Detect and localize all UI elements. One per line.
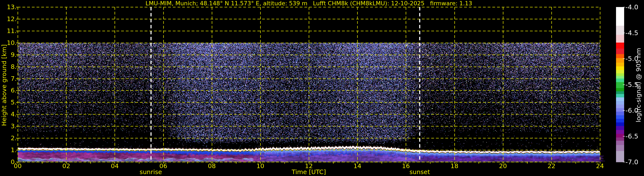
colorbar-tick-label: -4.5 bbox=[626, 29, 644, 36]
y-tick-label: 6. bbox=[2, 87, 17, 93]
x-tick-label: 14 bbox=[348, 163, 367, 169]
x-tick-label: 02 bbox=[56, 163, 76, 169]
y-tick-label: 7. bbox=[2, 76, 17, 82]
page-title: LMU-MIM, Munich; 48.148° N 11.573° E, al… bbox=[18, 0, 600, 6]
y-tick-label: 4. bbox=[2, 111, 17, 117]
y-tick-label: 10. bbox=[2, 40, 17, 46]
x-tick-label: 08 bbox=[202, 163, 222, 169]
x-tick-label: 18 bbox=[445, 163, 464, 169]
x-tick-label: 04 bbox=[105, 163, 124, 169]
x-tick-label: 10 bbox=[251, 163, 270, 169]
x-tick-label: 20 bbox=[494, 163, 513, 169]
x-tick-label: 06 bbox=[154, 163, 173, 169]
y-tick-label: 8. bbox=[2, 64, 17, 70]
ceilometer-quicklook: LMU-MIM, Munich; 48.148° N 11.573° E, al… bbox=[0, 0, 644, 176]
sunset-label: sunset bbox=[388, 169, 452, 175]
y-tick-label: 3. bbox=[2, 123, 17, 129]
x-axis-label: Time [UTC] bbox=[277, 169, 341, 175]
x-tick-label: 16 bbox=[396, 163, 416, 169]
y-tick-label: 2. bbox=[2, 135, 17, 141]
y-tick-label: 12. bbox=[2, 16, 17, 22]
colorbar-tick-label: -5.5 bbox=[626, 81, 644, 88]
y-axis-label: Height above ground [km] bbox=[0, 34, 8, 136]
x-tick-label: 22 bbox=[542, 163, 561, 169]
y-tick-label: 1. bbox=[2, 147, 17, 153]
x-tick-label: 12 bbox=[299, 163, 318, 169]
y-tick-label: 11. bbox=[2, 28, 17, 34]
x-tick-label: 24 bbox=[590, 163, 610, 169]
colorbar-tick-label: -4.0 bbox=[626, 3, 644, 11]
colorbar-tick-label: -5.0 bbox=[626, 55, 644, 62]
y-tick-label: 9. bbox=[2, 52, 17, 58]
ceilometer-heatmap-canvas bbox=[0, 0, 644, 176]
colorbar-tick-label: -7.0 bbox=[626, 158, 644, 166]
y-tick-label: 13. bbox=[2, 4, 17, 10]
y-tick-label: 5. bbox=[2, 99, 17, 105]
colorbar-tick-label: -6.5 bbox=[626, 133, 644, 140]
sunrise-label: sunrise bbox=[119, 169, 183, 175]
colorbar-tick-label: -6.0 bbox=[626, 107, 644, 114]
y-tick-label: 0. bbox=[2, 159, 17, 165]
